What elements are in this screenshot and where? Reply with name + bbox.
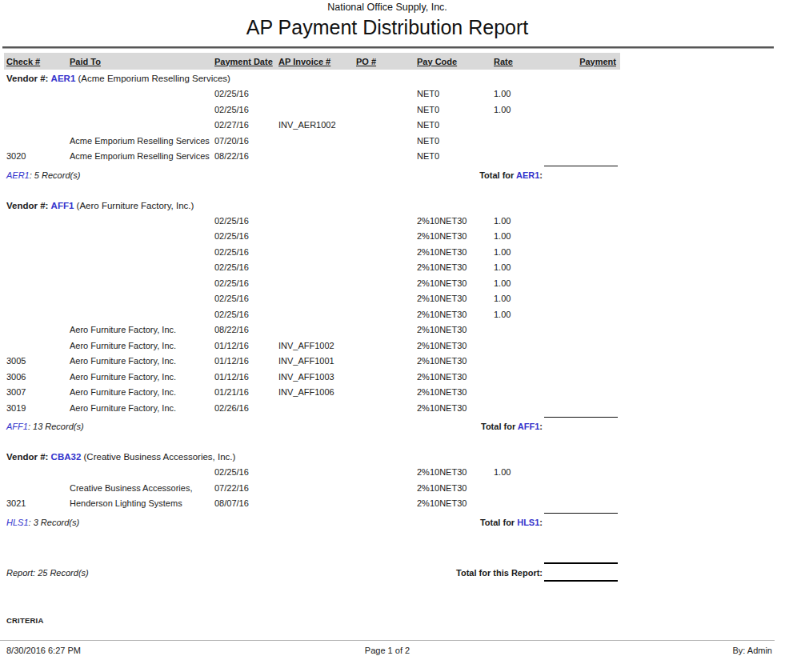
cell-paid-to: Acme Emporium Reselling Services <box>70 150 214 166</box>
cell-pay-code: 2%10NET30 <box>417 215 494 231</box>
cell-pay-code: NET0 <box>417 88 494 104</box>
cell-rate: 1.00 <box>494 230 538 246</box>
cell-payment <box>538 293 616 309</box>
cell-check <box>6 466 70 482</box>
cell-rate <box>494 324 538 340</box>
cell-payment-date: 02/25/16 <box>214 293 278 309</box>
cell-paid-to <box>70 278 214 294</box>
cell-payment-date: 01/21/16 <box>214 386 278 402</box>
cell-payment <box>538 135 616 151</box>
cell-check <box>6 215 70 231</box>
cell-po <box>356 215 417 231</box>
vendor-code-link[interactable]: AER1 <box>51 74 76 83</box>
table-row: 02/25/16 2%10NET30 1.00 <box>4 278 620 294</box>
cell-ap-invoice: INV_AFF1001 <box>278 355 356 371</box>
cell-ap-invoice <box>278 324 356 340</box>
cell-ap-invoice <box>278 230 356 246</box>
cell-payment <box>538 402 616 418</box>
total-prefix: Total for <box>481 422 518 431</box>
summary-vendor-code: AER1 <box>6 170 30 180</box>
cell-payment <box>538 371 616 387</box>
section-summary-row: AER1: 5 Record(s) Total for AER1: <box>6 169 616 182</box>
cell-po <box>356 230 417 246</box>
cell-check: 3006 <box>6 371 70 387</box>
cell-pay-code: 2%10NET30 <box>417 324 494 340</box>
section-total-amount-line <box>544 513 618 514</box>
cell-payment <box>538 215 616 231</box>
vendor-number-label: Vendor #: <box>6 74 48 83</box>
table-row: 3021 Henderson Lighting Systems 08/07/16… <box>4 498 620 514</box>
cell-paid-to <box>70 293 214 309</box>
cell-pay-code: NET0 <box>417 135 494 151</box>
cell-payment-date: 08/07/16 <box>214 498 278 514</box>
vendor-line: Vendor #: CBA32 (Creative Business Acces… <box>6 452 775 462</box>
company-name: National Office Supply, Inc. <box>0 0 775 13</box>
table-row: 3020 Acme Emporium Reselling Services 08… <box>4 150 620 166</box>
report-page: National Office Supply, Inc. AP Payment … <box>0 0 805 672</box>
cell-po <box>356 135 417 151</box>
cell-check <box>6 309 70 325</box>
total-prefix: Total for <box>479 170 516 180</box>
section-total-label: Total for AFF1: <box>481 422 543 431</box>
report-total-label: Total for this Report: <box>456 568 543 578</box>
cell-paid-to <box>70 262 214 278</box>
cell-po <box>356 246 417 262</box>
cell-paid-to: Creative Business Accessories, <box>70 482 214 498</box>
cell-payment-date: 02/25/16 <box>214 215 278 231</box>
vendor-section: Vendor #: AFF1 (Aero Furniture Factory, … <box>0 201 775 434</box>
cell-paid-to: Aero Furniture Factory, Inc. <box>70 324 214 340</box>
vendor-number-label: Vendor #: <box>6 201 48 210</box>
cell-rate: 1.00 <box>494 215 538 231</box>
cell-payment <box>538 386 616 402</box>
cell-po <box>356 309 417 325</box>
cell-payment <box>538 230 616 246</box>
section-summary-row: AFF1: 13 Record(s) Total for AFF1: <box>6 420 616 434</box>
section-total-amount-line <box>544 166 618 166</box>
cell-rate: 1.00 <box>494 246 538 262</box>
cell-payment-date: 07/22/16 <box>214 482 278 498</box>
table-row: 3005 Aero Furniture Factory, Inc. 01/12/… <box>4 355 620 371</box>
sections: Vendor #: AER1 (Acme Emporium Reselling … <box>0 74 775 530</box>
cell-pay-code: 2%10NET30 <box>417 371 494 387</box>
cell-pay-code: 2%10NET30 <box>417 402 494 418</box>
vendor-name: (Creative Business Accessories, Inc.) <box>84 452 236 462</box>
cell-ap-invoice <box>278 150 356 166</box>
cell-po <box>356 262 417 278</box>
col-header-rate: Rate <box>494 57 538 66</box>
vendor-code-link[interactable]: CBA32 <box>51 452 82 462</box>
report-summary-row: Report: 25 Record(s) Total for this Repo… <box>6 566 616 582</box>
cell-check: 3007 <box>6 386 70 402</box>
cell-check: 3021 <box>6 498 70 514</box>
footer-page-number: Page 1 of 2 <box>0 646 775 655</box>
report-content: National Office Supply, Inc. AP Payment … <box>0 0 775 658</box>
cell-check <box>6 278 70 294</box>
table-row: 02/25/16 2%10NET30 1.00 <box>4 293 620 309</box>
total-vendor-code: HLS1 <box>517 518 539 527</box>
vendor-name: (Aero Furniture Factory, Inc.) <box>77 201 194 210</box>
cell-pay-code: 2%10NET30 <box>417 482 494 498</box>
cell-rate <box>494 371 538 387</box>
cell-payment-date: 08/22/16 <box>214 150 278 166</box>
vendor-section: Vendor #: AER1 (Acme Emporium Reselling … <box>0 74 775 182</box>
col-header-ap-invoice: AP Invoice # <box>278 57 356 66</box>
cell-paid-to: Aero Furniture Factory, Inc. <box>70 371 214 387</box>
cell-po <box>356 402 417 418</box>
cell-rate <box>494 340 538 356</box>
cell-ap-invoice <box>278 262 356 278</box>
criteria-label: CRITERIA <box>6 616 775 625</box>
cell-pay-code: 2%10NET30 <box>417 230 494 246</box>
cell-ap-invoice <box>278 498 356 514</box>
cell-pay-code: 2%10NET30 <box>417 293 494 309</box>
cell-payment-date: 02/25/16 <box>214 230 278 246</box>
report-record-count: Report: 25 Record(s) <box>6 568 89 578</box>
cell-po <box>356 150 417 166</box>
table-row: 02/25/16 2%10NET30 1.00 <box>4 215 620 231</box>
summary-vendor-code: HLS1 <box>6 518 29 527</box>
cell-po <box>356 293 417 309</box>
cell-check <box>6 262 70 278</box>
col-header-pay-code: Pay Code <box>417 57 494 66</box>
table-row: 02/25/16 2%10NET30 1.00 <box>4 466 620 482</box>
col-header-payment-date: Payment Date <box>214 57 278 66</box>
vendor-code-link[interactable]: AFF1 <box>51 201 74 210</box>
cell-po <box>356 88 417 104</box>
